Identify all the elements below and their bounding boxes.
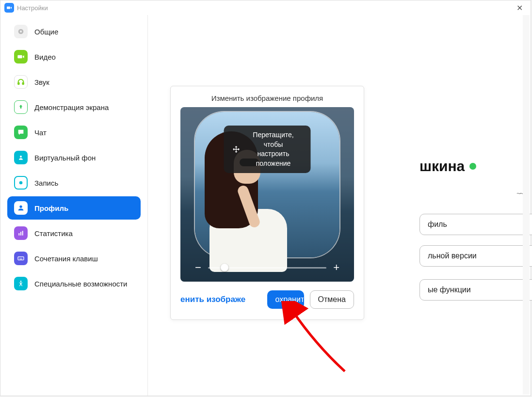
close-icon[interactable]: ✕ [513,1,527,15]
sidebar-item-label: Видео [34,53,56,61]
titlebar-left: Настройки [4,3,48,13]
svg-rect-3 [22,82,24,84]
profile-button-2-label: льной версии [428,252,477,260]
profile-button-1-label: филь [428,220,447,228]
modal-actions: енить изображе охранит Отмена [171,282,364,319]
profile-button-3-label: ые функции [428,286,471,294]
sidebar-item-label: Сочетания клавиш [34,254,98,263]
svg-rect-9 [22,231,23,235]
sidebar-item-audio[interactable]: Звук [7,70,141,94]
hidden-eye-icon: ~~ [516,190,523,198]
save-button[interactable]: охранит [267,290,304,309]
sidebar-item-statistics[interactable]: Статистика [7,222,141,245]
zoom-out-button[interactable]: − [195,261,201,274]
drag-tip-line1: Перетащите, чтобы [245,130,302,149]
window-title: Настройки [17,4,48,12]
svg-point-5 [19,181,23,185]
svg-point-13 [21,258,22,258]
sidebar-item-label: Статистика [34,229,73,238]
sidebar-item-label: Звук [34,78,49,86]
sidebar-item-profile[interactable]: Профиль [7,196,141,220]
profile-button-1[interactable]: филь [419,214,532,235]
image-crop-area[interactable]: Перетащите, чтобы настроить положение − … [180,107,354,282]
zoom-track[interactable] [208,267,326,269]
zoom-in-button[interactable]: + [333,261,339,274]
profile-button-2[interactable]: льной версии [419,245,532,267]
profile-icon [14,201,28,215]
sidebar-item-accessibility[interactable]: Специальные возможности [7,272,141,295]
gear-icon [14,25,28,38]
sidebar-item-label: Виртуальный фон [34,154,96,162]
zoom-thumb[interactable] [221,264,228,271]
stats-icon [14,226,28,240]
profile-name-text: шкина [419,158,465,175]
drag-tip-line2: настроить положение [245,149,302,168]
sidebar: Общие Видео Звук Демонстрация экрана [0,15,148,396]
settings-window: Настройки ✕ Общие Видео Звук [0,0,531,396]
sidebar-item-virtual-background[interactable]: Виртуальный фон [7,146,141,169]
sidebar-item-label: Профиль [34,204,68,212]
change-profile-image-modal: Изменить изображение профиля Перетащите,… [170,86,364,320]
svg-point-6 [19,206,22,208]
svg-point-11 [19,258,19,258]
sidebar-item-share-screen[interactable]: Демонстрация экрана [7,95,141,119]
svg-rect-10 [18,257,24,260]
move-icon [233,145,240,154]
profile-name: шкина [419,158,476,175]
titlebar: Настройки ✕ [0,0,531,15]
svg-point-12 [20,258,21,258]
headphones-icon [14,75,28,89]
svg-rect-7 [18,233,19,236]
zoom-slider: − + [195,261,339,274]
keyboard-icon [14,252,28,265]
scrollbar[interactable] [523,15,530,395]
cancel-button[interactable]: Отмена [310,290,354,309]
sidebar-item-label: Специальные возможности [34,280,128,288]
svg-point-1 [20,31,22,32]
virtual-background-icon [14,151,28,164]
svg-rect-14 [19,259,22,259]
sidebar-item-video[interactable]: Видео [7,45,141,68]
svg-rect-2 [18,82,19,84]
profile-button-3[interactable]: ые функции [419,279,532,301]
share-screen-icon [14,100,28,114]
record-icon [14,176,28,190]
sidebar-item-label: Демонстрация экрана [34,103,109,111]
sidebar-item-chat[interactable]: Чат [7,121,141,144]
modal-title: Изменить изображение профиля [171,86,364,107]
accessibility-icon [14,277,28,290]
sidebar-item-shortcuts[interactable]: Сочетания клавиш [7,247,141,270]
svg-point-15 [20,281,22,282]
sidebar-item-label: Общие [34,28,58,36]
chat-icon [14,126,28,139]
sidebar-item-recording[interactable]: Запись [7,171,141,194]
sidebar-item-label: Чат [34,128,47,137]
sidebar-item-label: Запись [34,179,58,187]
status-dot-icon [469,163,476,170]
drag-tooltip: Перетащите, чтобы настроить положение [224,126,311,173]
app-icon [4,3,14,13]
change-image-link[interactable]: енить изображе [180,295,245,304]
video-icon [14,50,28,64]
sidebar-item-general[interactable]: Общие [7,20,141,43]
svg-rect-8 [20,232,21,235]
svg-point-4 [20,156,22,158]
